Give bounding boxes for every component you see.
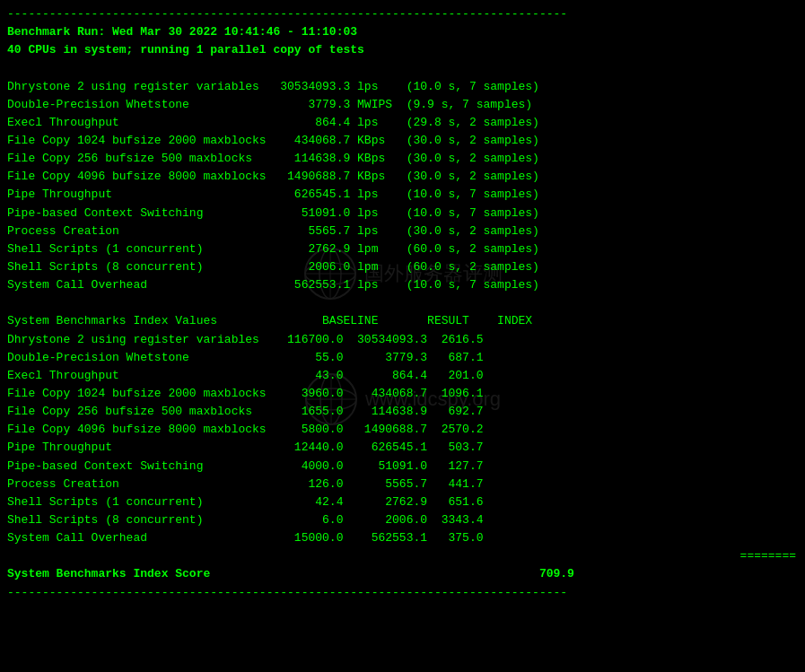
index-row: System Call Overhead 15000.0 562553.1 37… <box>7 529 798 547</box>
benchmark-row: Pipe-based Context Switching 51091.0 lps… <box>7 205 798 223</box>
terminal: ----------------------------------------… <box>0 0 805 607</box>
benchmark-row: File Copy 4096 bufsize 8000 maxblocks 14… <box>7 168 798 186</box>
benchmark-results: Dhrystone 2 using register variables 305… <box>7 78 798 295</box>
benchmark-row: File Copy 1024 bufsize 2000 maxblocks 43… <box>7 132 798 150</box>
index-row: Shell Scripts (8 concurrent) 6.0 2006.0 … <box>7 511 798 529</box>
index-row: Pipe Throughput 12440.0 626545.1 503.7 <box>7 439 798 457</box>
benchmark-row: System Call Overhead 562553.1 lps (10.0 … <box>7 276 798 294</box>
index-row: Process Creation 126.0 5565.7 441.7 <box>7 476 798 493</box>
benchmark-row: Dhrystone 2 using register variables 305… <box>7 78 798 96</box>
separator-bottom: ----------------------------------------… <box>7 584 798 602</box>
index-row: Dhrystone 2 using register variables 116… <box>7 331 798 349</box>
benchmark-row: Shell Scripts (1 concurrent) 2762.9 lpm … <box>7 240 798 258</box>
blank1 <box>7 59 798 77</box>
benchmark-row: Double-Precision Whetstone 3779.3 MWIPS … <box>7 96 798 114</box>
index-row: Pipe-based Context Switching 4000.0 5109… <box>7 458 798 476</box>
index-row: Execl Throughput 43.0 864.4 201.0 <box>7 367 798 385</box>
index-rows: Dhrystone 2 using register variables 116… <box>7 331 798 548</box>
benchmark-row: Pipe Throughput 626545.1 lps (10.0 s, 7 … <box>7 186 798 204</box>
index-row: File Copy 256 bufsize 500 maxblocks 1655… <box>7 403 798 421</box>
index-row: File Copy 1024 bufsize 2000 maxblocks 39… <box>7 385 798 403</box>
index-row: Shell Scripts (1 concurrent) 42.4 2762.9… <box>7 493 798 511</box>
benchmark-row: Shell Scripts (8 concurrent) 2006.0 lpm … <box>7 258 798 276</box>
separator-top: ----------------------------------------… <box>7 5 798 23</box>
equals-line: ======== <box>7 547 798 565</box>
benchmark-row: Execl Throughput 864.4 lps (29.8 s, 2 sa… <box>7 114 798 132</box>
index-header: System Benchmarks Index Values BASELINE … <box>7 312 798 330</box>
header-line1: Benchmark Run: Wed Mar 30 2022 10:41:46 … <box>7 23 798 41</box>
benchmark-row: File Copy 256 bufsize 500 maxblocks 1146… <box>7 150 798 168</box>
blank2 <box>7 294 798 312</box>
index-row: File Copy 4096 bufsize 8000 maxblocks 58… <box>7 421 798 439</box>
index-row: Double-Precision Whetstone 55.0 3779.3 6… <box>7 349 798 367</box>
header-line2: 40 CPUs in system; running 1 parallel co… <box>7 41 798 59</box>
score-line: System Benchmarks Index Score 709.9 <box>7 565 798 583</box>
benchmark-row: Process Creation 5565.7 lps (30.0 s, 2 s… <box>7 223 798 240</box>
